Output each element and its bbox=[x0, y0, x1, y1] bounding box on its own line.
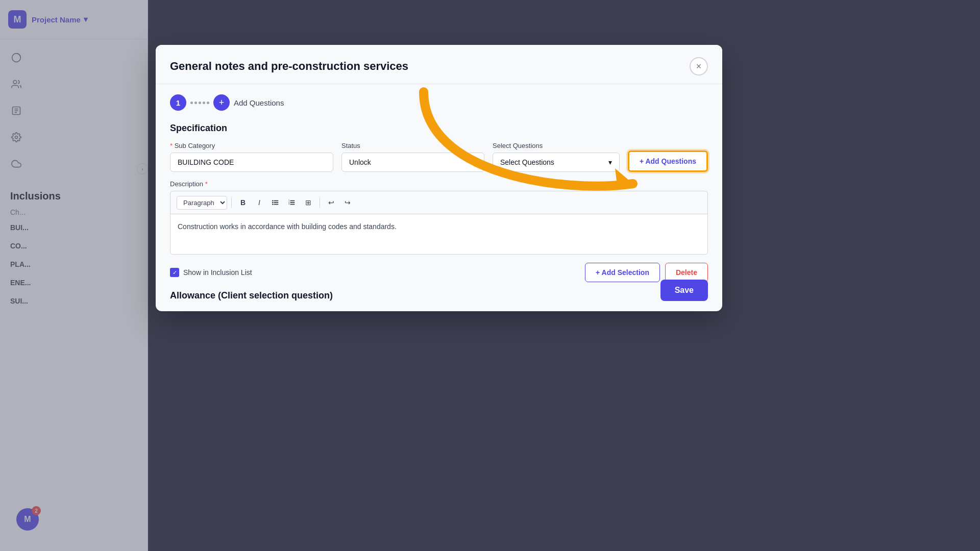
modal-close-button[interactable]: × bbox=[690, 57, 708, 76]
add-selection-button[interactable]: + Add Selection bbox=[585, 263, 660, 282]
svg-rect-6 bbox=[274, 204, 279, 205]
status-select[interactable]: Unlock ▾ bbox=[341, 153, 484, 172]
modal-title: General notes and pre-construction servi… bbox=[170, 60, 408, 73]
add-questions-button[interactable]: + Add Questions bbox=[628, 151, 708, 172]
paragraph-style-select[interactable]: Paragraph bbox=[177, 196, 227, 210]
sub-category-input[interactable]: BUILDING CODE bbox=[170, 153, 333, 172]
modal: General notes and pre-construction servi… bbox=[156, 45, 722, 311]
svg-text:3: 3 bbox=[288, 203, 290, 205]
status-label: Status bbox=[341, 142, 484, 149]
step-dots bbox=[190, 102, 209, 104]
save-button[interactable]: Save bbox=[660, 280, 708, 301]
description-section: Description * Paragraph B I bbox=[170, 180, 708, 255]
modal-header: General notes and pre-construction servi… bbox=[156, 45, 722, 84]
bullet-list-button[interactable] bbox=[268, 195, 283, 210]
specification-title: Specification bbox=[170, 123, 708, 134]
allowance-title: Allowance (Client selection question) bbox=[170, 290, 708, 301]
show-in-inclusion-label: ✓ Show in Inclusion List bbox=[170, 268, 252, 277]
svg-rect-12 bbox=[290, 204, 295, 205]
svg-rect-5 bbox=[274, 202, 279, 203]
select-questions-label: Select Questions bbox=[493, 142, 620, 149]
italic-button[interactable]: I bbox=[252, 195, 266, 210]
modal-body: 1 + Add Questions Specification * Sub Ca… bbox=[156, 84, 722, 311]
chevron-down-icon: ▾ bbox=[608, 158, 612, 166]
sub-category-group: * Sub Category BUILDING CODE bbox=[170, 142, 333, 172]
specification-form-row: * Sub Category BUILDING CODE Status Unlo… bbox=[170, 142, 708, 172]
description-content[interactable]: Construction works in accordance with bu… bbox=[170, 214, 708, 255]
description-toolbar: Paragraph B I 123 ⊞ bbox=[170, 191, 708, 214]
redo-button[interactable]: ↪ bbox=[340, 195, 355, 210]
svg-point-9 bbox=[272, 204, 274, 205]
svg-rect-10 bbox=[290, 201, 295, 202]
footer-row: ✓ Show in Inclusion List + Add Selection… bbox=[170, 263, 708, 282]
numbered-list-button[interactable]: 123 bbox=[285, 195, 299, 210]
select-questions-dropdown[interactable]: Select Questions ▾ bbox=[493, 153, 620, 172]
steps-row: 1 + Add Questions bbox=[170, 94, 708, 111]
chevron-down-icon: ▾ bbox=[473, 158, 477, 166]
status-group: Status Unlock ▾ bbox=[341, 142, 484, 172]
step-1-circle: 1 bbox=[170, 94, 186, 111]
step-add-button[interactable]: + bbox=[213, 94, 230, 111]
show-in-inclusion-checkbox[interactable]: ✓ bbox=[170, 268, 179, 277]
step-add-questions-label: Add Questions bbox=[234, 98, 284, 107]
description-label: Description * bbox=[170, 180, 708, 188]
sub-category-label: * Sub Category bbox=[170, 142, 333, 149]
undo-button[interactable]: ↩ bbox=[324, 195, 338, 210]
svg-point-7 bbox=[272, 200, 274, 202]
svg-point-8 bbox=[272, 202, 274, 204]
select-questions-group: Select Questions Select Questions ▾ bbox=[493, 142, 620, 172]
bold-button[interactable]: B bbox=[236, 195, 250, 210]
table-button[interactable]: ⊞ bbox=[301, 195, 315, 210]
svg-rect-4 bbox=[274, 201, 279, 202]
svg-rect-11 bbox=[290, 202, 295, 203]
